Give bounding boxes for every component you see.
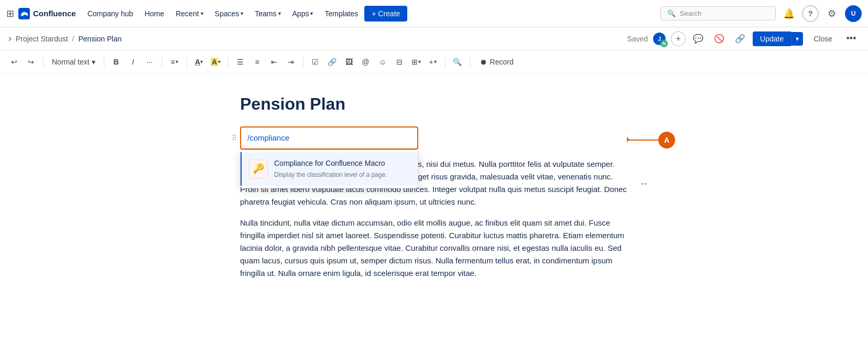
avatar-badge-1: N xyxy=(660,40,668,47)
add-collaborator-button[interactable]: + xyxy=(671,31,686,46)
help-button[interactable]: ? xyxy=(802,5,819,22)
breadcrumb-left: › Project Stardust / Pension Plan xyxy=(8,33,122,44)
text-style-caret-icon: ▾ xyxy=(92,58,95,66)
list-group: ☰ ≡ ⇤ ⇥ xyxy=(233,54,299,70)
indent-decrease-button[interactable]: ⇤ xyxy=(266,54,282,70)
nav-company-hub[interactable]: Company hub xyxy=(82,6,138,21)
macro-description: Display the classification level of a pa… xyxy=(274,170,387,180)
nav-spaces[interactable]: Spaces ▾ xyxy=(210,6,249,21)
record-button[interactable]: ⏺ Record xyxy=(474,56,519,68)
teams-caret-icon: ▾ xyxy=(278,10,281,16)
more-format-button[interactable]: ··· xyxy=(142,54,158,70)
apps-caret-icon: ▾ xyxy=(310,10,313,16)
color-group: A▾ A▾ xyxy=(191,54,224,70)
user-avatar[interactable]: U xyxy=(845,5,862,22)
indent-increase-button[interactable]: ⇥ xyxy=(283,54,299,70)
mention-button[interactable]: @ xyxy=(358,54,374,70)
expand-width-button[interactable]: ↔ xyxy=(639,178,649,189)
italic-button[interactable]: I xyxy=(125,54,141,70)
numbered-list-button[interactable]: ≡ xyxy=(249,54,265,70)
table-button[interactable]: ⊞▾ xyxy=(408,54,424,70)
confluence-logo[interactable]: Confluence xyxy=(18,8,76,19)
annotation-container: A xyxy=(627,132,675,148)
nav-apps[interactable]: Apps ▾ xyxy=(287,6,319,21)
drag-handle-icon[interactable]: ⠿ xyxy=(232,132,237,144)
update-button-group: Update ▾ xyxy=(753,31,803,46)
link-button[interactable]: 🔗 xyxy=(732,30,748,47)
search-icon: 🔍 xyxy=(667,9,676,17)
toolbar-divider-2 xyxy=(104,57,104,67)
arrow-head-icon xyxy=(627,137,632,142)
slash-command-container: ⠿ /compliance 🔑 Compliance for Confluenc… xyxy=(240,126,628,150)
format-group: B I ··· xyxy=(108,54,158,70)
top-navigation: ⊞ Confluence Company hub Home Recent ▾ S… xyxy=(0,0,868,27)
body-paragraph-2: Nulla tincidunt, nulla vitae dictum accu… xyxy=(240,217,628,280)
bullet-list-button[interactable]: ☰ xyxy=(233,54,248,70)
task-button[interactable]: ☑ xyxy=(308,54,323,70)
find-button[interactable]: 🔍 xyxy=(450,54,465,70)
editor-area: ↔ Pension Plan ⠿ /compliance 🔑 Complianc… xyxy=(0,73,868,351)
breadcrumb-bar: › Project Stardust / Pension Plan Saved … xyxy=(0,27,868,50)
bold-button[interactable]: B xyxy=(108,54,124,70)
breadcrumb-right: Saved J N + 💬 🚫 🔗 Update ▾ Close ••• xyxy=(627,30,860,47)
spaces-caret-icon: ▾ xyxy=(241,10,243,16)
annotation-arrow xyxy=(627,140,658,141)
nav-right: 🔍 Search 🔔 ? ⚙ U xyxy=(660,5,862,23)
create-button[interactable]: + Create xyxy=(364,6,407,22)
slash-dropdown-item[interactable]: 🔑 Compliance for Confluence Macro Displa… xyxy=(241,152,418,186)
editor-content: ↔ Pension Plan ⠿ /compliance 🔑 Complianc… xyxy=(209,73,659,309)
comment-button[interactable]: 💬 xyxy=(690,30,707,47)
page-title[interactable]: Pension Plan xyxy=(240,94,628,114)
toolbar-divider-1 xyxy=(43,57,44,67)
sidebar-toggle-icon[interactable]: › xyxy=(8,33,12,44)
more-insert-button[interactable]: +▾ xyxy=(425,54,441,70)
breadcrumb-separator: / xyxy=(72,35,74,43)
close-button[interactable]: Close xyxy=(807,31,839,46)
editor-toolbar: ↩ ↪ Normal text ▾ B I ··· ≡▾ A▾ A▾ ☰ ≡ ⇤… xyxy=(0,50,868,73)
nav-templates[interactable]: Templates xyxy=(319,6,363,21)
nav-home[interactable]: Home xyxy=(139,6,169,21)
breadcrumb-current-page: Pension Plan xyxy=(79,35,122,43)
nav-recent[interactable]: Recent ▾ xyxy=(170,6,208,21)
toolbar-divider-6 xyxy=(303,57,303,67)
update-dropdown-button[interactable]: ▾ xyxy=(791,32,803,46)
settings-button[interactable]: ⚙ xyxy=(823,5,841,23)
slash-command-dropdown: 🔑 Compliance for Confluence Macro Displa… xyxy=(240,150,418,188)
compliance-macro-icon: 🔑 xyxy=(249,159,268,178)
toolbar-divider-3 xyxy=(162,57,162,67)
app-name: Confluence xyxy=(33,9,76,18)
text-color-button[interactable]: A▾ xyxy=(191,54,207,70)
notifications-button[interactable]: 🔔 xyxy=(780,5,798,23)
toolbar-divider-7 xyxy=(445,57,446,67)
link-insert-button[interactable]: 🔗 xyxy=(324,54,340,70)
insert-group: ☑ 🔗 🖼 @ ☺ ⊟ ⊞▾ +▾ xyxy=(308,54,441,70)
toolbar-divider-8 xyxy=(470,57,470,67)
columns-button[interactable]: ⊟ xyxy=(392,54,407,70)
align-group: ≡▾ xyxy=(167,54,182,70)
image-button[interactable]: 🖼 xyxy=(341,54,357,70)
annotation-badge-a: A xyxy=(658,132,675,148)
toolbar-divider-5 xyxy=(228,57,229,67)
restrict-button[interactable]: 🚫 xyxy=(711,30,728,47)
undo-button[interactable]: ↩ xyxy=(6,54,22,70)
text-style-dropdown[interactable]: Normal text ▾ xyxy=(48,56,100,68)
update-button[interactable]: Update xyxy=(753,31,791,46)
undo-redo-group: ↩ ↪ xyxy=(6,54,39,70)
recent-caret-icon: ▾ xyxy=(201,10,203,16)
nav-links: Company hub Home Recent ▾ Spaces ▾ Teams… xyxy=(82,6,658,22)
emoji-button[interactable]: ☺ xyxy=(375,54,390,70)
toolbar-divider-4 xyxy=(187,57,187,67)
search-bar[interactable]: 🔍 Search xyxy=(660,6,776,20)
saved-status: Saved xyxy=(627,35,648,43)
nav-teams[interactable]: Teams ▾ xyxy=(249,6,286,21)
slash-command-input[interactable]: /compliance xyxy=(240,126,418,150)
highlight-button[interactable]: A▾ xyxy=(208,54,224,70)
align-button[interactable]: ≡▾ xyxy=(167,54,182,70)
record-icon: ⏺ xyxy=(480,58,487,66)
breadcrumb-project[interactable]: Project Stardust xyxy=(16,35,68,43)
redo-button[interactable]: ↪ xyxy=(23,54,39,70)
collaborator-avatars: J N xyxy=(652,31,667,46)
grid-icon[interactable]: ⊞ xyxy=(6,8,14,19)
editor-body[interactable]: ⠿ /compliance 🔑 Compliance for Confluenc… xyxy=(240,126,628,280)
more-options-button[interactable]: ••• xyxy=(843,30,860,47)
